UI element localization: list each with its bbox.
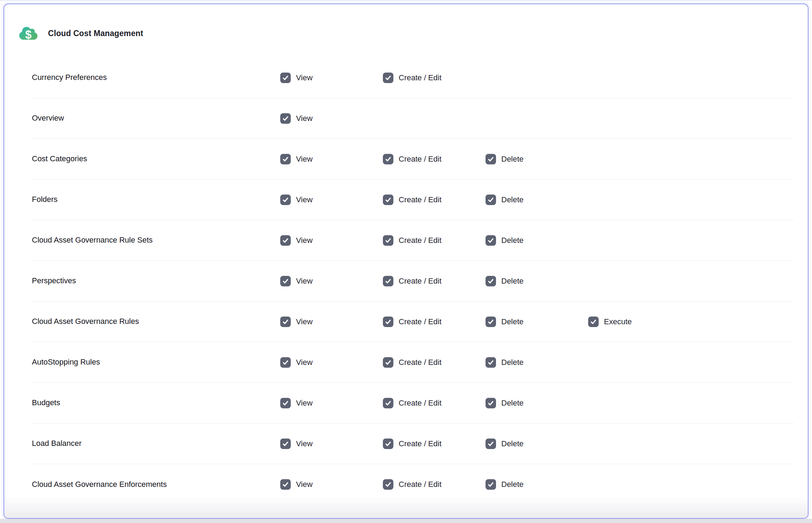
view-checkbox-label: View: [296, 236, 312, 245]
view-checkbox[interactable]: [280, 154, 291, 164]
checkmark-icon: [282, 237, 289, 244]
view-checkbox[interactable]: [280, 113, 291, 124]
permission-cell: Create / Edit: [383, 439, 486, 449]
table-row: PerspectivesViewCreate / EditDelete: [32, 261, 794, 301]
execute-checkbox[interactable]: [588, 317, 599, 327]
view-checkbox[interactable]: [280, 398, 291, 408]
permission-group-label: Budgets: [32, 398, 280, 407]
create-edit-checkbox[interactable]: [383, 398, 393, 408]
permission-cell: Delete: [486, 154, 588, 164]
permission-cell: View: [280, 195, 383, 205]
checkmark-icon: [384, 155, 392, 163]
delete-checkbox-label: Delete: [501, 358, 524, 367]
delete-checkbox[interactable]: [486, 195, 496, 205]
checkmark-icon: [590, 318, 597, 326]
permission-cell: Delete: [486, 439, 588, 449]
checkmark-icon: [282, 74, 289, 82]
create-edit-checkbox[interactable]: [383, 154, 393, 164]
view-checkbox-label: View: [296, 73, 312, 82]
delete-checkbox[interactable]: [486, 154, 496, 164]
checkmark-icon: [384, 440, 392, 448]
delete-checkbox[interactable]: [486, 235, 496, 246]
permission-cell: View: [280, 73, 383, 83]
permission-cell: Create / Edit: [383, 235, 486, 246]
create-edit-checkbox[interactable]: [383, 276, 393, 286]
create-edit-checkbox[interactable]: [383, 357, 393, 368]
view-checkbox-label: View: [296, 439, 312, 448]
delete-checkbox[interactable]: [486, 398, 496, 408]
delete-checkbox[interactable]: [486, 357, 496, 368]
checkmark-icon: [384, 277, 392, 285]
checkmark-icon: [487, 196, 495, 204]
create-edit-checkbox[interactable]: [383, 235, 393, 246]
view-checkbox-label: View: [296, 358, 312, 367]
table-row: Cost CategoriesViewCreate / EditDelete: [32, 139, 794, 179]
checkmark-icon: [487, 359, 495, 366]
view-checkbox-label: View: [296, 399, 312, 408]
checkmark-icon: [487, 155, 495, 163]
permission-cell: View: [280, 276, 383, 286]
create-edit-checkbox-label: Create / Edit: [399, 277, 441, 286]
permission-group-label: Folders: [32, 195, 280, 204]
permission-cell: Create / Edit: [383, 276, 486, 286]
delete-checkbox[interactable]: [486, 439, 496, 449]
view-checkbox[interactable]: [280, 479, 291, 490]
checkmark-icon: [384, 237, 392, 244]
create-edit-checkbox-label: Create / Edit: [399, 439, 441, 448]
checkmark-icon: [384, 318, 392, 326]
create-edit-checkbox[interactable]: [383, 317, 393, 327]
permission-cell: View: [280, 398, 383, 408]
checkmark-icon: [282, 115, 289, 122]
checkmark-icon: [282, 318, 289, 326]
table-row: Cloud Asset Governance RulesViewCreate /…: [32, 301, 794, 342]
checkmark-icon: [487, 237, 495, 244]
permission-group-label: Cloud Asset Governance Rules: [32, 317, 280, 326]
view-checkbox-label: View: [296, 195, 312, 204]
checkmark-icon: [384, 359, 392, 366]
checkmark-icon: [487, 440, 495, 448]
permission-cell: Create / Edit: [383, 398, 486, 408]
view-checkbox-label: View: [296, 155, 312, 164]
permission-cell: View: [280, 439, 383, 449]
checkmark-icon: [282, 440, 289, 448]
page-root: { "header": { "title": "Cloud Cost Manag…: [0, 0, 812, 523]
view-checkbox[interactable]: [280, 235, 291, 246]
table-row: Currency PreferencesViewCreate / Edit: [32, 57, 794, 98]
checkmark-icon: [487, 399, 495, 407]
create-edit-checkbox[interactable]: [383, 439, 393, 449]
table-row: BudgetsViewCreate / EditDelete: [32, 383, 794, 423]
table-row: AutoStopping RulesViewCreate / EditDelet…: [32, 342, 794, 383]
view-checkbox[interactable]: [280, 317, 291, 327]
panel-header: $ Cloud Cost Management: [4, 4, 808, 43]
create-edit-checkbox-label: Create / Edit: [399, 480, 441, 489]
view-checkbox[interactable]: [280, 439, 291, 449]
permission-group-label: Perspectives: [32, 276, 280, 285]
execute-checkbox-label: Execute: [604, 317, 632, 326]
checkmark-icon: [282, 155, 289, 163]
delete-checkbox[interactable]: [486, 317, 496, 327]
permission-cell: Create / Edit: [383, 357, 486, 368]
view-checkbox[interactable]: [280, 73, 291, 83]
permission-group-label: AutoStopping Rules: [32, 358, 280, 367]
permission-cell: Create / Edit: [383, 317, 486, 327]
table-row: Load BalancerViewCreate / EditDelete: [32, 423, 794, 464]
view-checkbox[interactable]: [280, 357, 291, 368]
view-checkbox[interactable]: [280, 276, 291, 286]
create-edit-checkbox[interactable]: [383, 195, 393, 205]
create-edit-checkbox[interactable]: [383, 73, 393, 83]
permissions-list: Currency PreferencesViewCreate / EditOve…: [4, 57, 808, 505]
create-edit-checkbox-label: Create / Edit: [399, 236, 441, 245]
permission-cell: Create / Edit: [383, 154, 486, 164]
create-edit-checkbox[interactable]: [383, 479, 393, 490]
permission-cell: Delete: [486, 235, 588, 246]
checkmark-icon: [487, 277, 495, 285]
checkmark-icon: [487, 318, 495, 326]
permission-cell: Delete: [486, 398, 588, 408]
delete-checkbox[interactable]: [486, 479, 496, 490]
permission-group-label: Overview: [32, 114, 280, 123]
delete-checkbox-label: Delete: [501, 236, 524, 245]
permission-cell: Delete: [486, 479, 588, 490]
checkmark-icon: [384, 399, 392, 407]
delete-checkbox[interactable]: [486, 276, 496, 286]
view-checkbox[interactable]: [280, 195, 291, 205]
